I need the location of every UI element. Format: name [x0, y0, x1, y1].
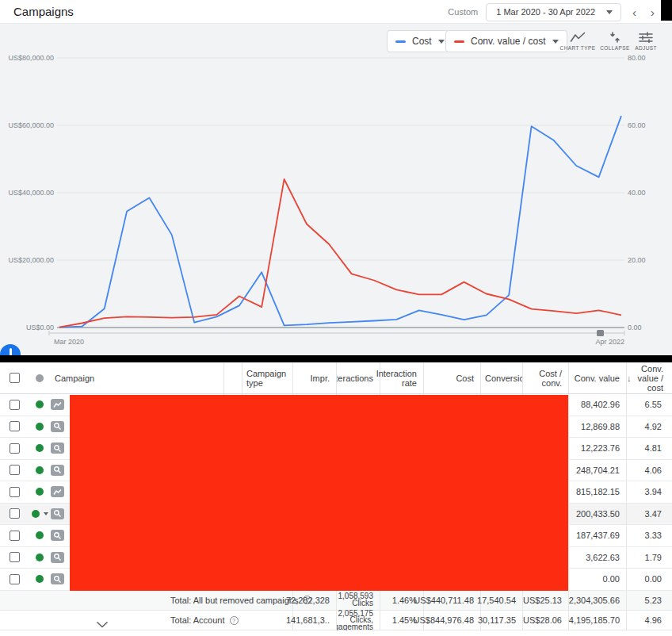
next-period-button[interactable]: › — [647, 6, 658, 19]
ratio-series-swatch — [454, 40, 464, 43]
svg-text:0.00: 0.00 — [628, 324, 642, 331]
sort-descending-icon: ↓ — [627, 374, 632, 383]
totals-cost-per-conv: US$28.06 — [522, 611, 568, 631]
page-title: Campaigns — [13, 5, 74, 18]
svg-text:60.00: 60.00 — [628, 121, 646, 129]
conv-value-cell: 815,182.15 — [568, 481, 626, 503]
magnifier-icon[interactable] — [51, 443, 64, 454]
cost-column-header[interactable]: Cost — [423, 362, 480, 393]
totals-interactions: 2,055,175 Clicks, engagements — [336, 611, 380, 631]
timeline-scrubber-handle[interactable] — [597, 330, 604, 336]
cost-per-conv-column-header[interactable]: Cost / conv. — [523, 369, 562, 388]
status-enabled-dot[interactable] — [29, 394, 51, 416]
svg-text:US$80,000.00: US$80,000.00 — [8, 54, 54, 62]
conv-value-per-cost-cell: 4.92 — [626, 416, 672, 438]
row-checkbox[interactable] — [0, 504, 29, 525]
status-caret-icon — [44, 512, 48, 515]
conv-value-column-header[interactable]: Conv. value — [568, 362, 626, 393]
conv-value-per-cost-cell: 4.06 — [626, 460, 672, 481]
status-enabled-dot[interactable] — [29, 547, 51, 569]
metric-chart-icon[interactable] — [51, 399, 64, 410]
status-enabled-dot[interactable] — [29, 525, 51, 546]
redacted-area — [70, 395, 568, 591]
row-checkbox[interactable] — [0, 438, 29, 459]
conv-value-cell: 88,402.96 — [568, 394, 626, 416]
totals-conversions: 17,540.54 — [480, 591, 522, 610]
ratio-metric-selector[interactable]: Conv. value / cost — [445, 30, 567, 52]
chevron-down-icon — [438, 40, 445, 44]
magnifier-icon[interactable] — [51, 552, 64, 563]
row-checkbox[interactable] — [0, 416, 29, 438]
table-header-row: Campaign Campaign type Impr. Interaction… — [0, 362, 672, 394]
campaign-type-column-header[interactable]: Campaign type — [242, 362, 292, 393]
series-cost — [59, 116, 621, 328]
svg-text:Mar 2020: Mar 2020 — [54, 338, 84, 346]
totals-impressions: 141,681,3.. — [292, 611, 336, 631]
status-enabled-dot[interactable] — [29, 481, 51, 503]
sliders-icon — [639, 32, 653, 43]
status-enabled-dot[interactable] — [29, 438, 51, 459]
row-checkbox[interactable] — [0, 569, 29, 590]
row-checkbox[interactable] — [0, 547, 29, 569]
ratio-metric-label: Conv. value / cost — [471, 36, 546, 47]
svg-text:40.00: 40.00 — [628, 189, 646, 197]
impressions-column-header[interactable]: Impr. — [292, 362, 336, 393]
magnifier-icon[interactable] — [51, 465, 64, 476]
previous-period-button[interactable]: ‹ — [629, 6, 640, 19]
adjust-label: ADJUST — [635, 45, 657, 51]
magnifier-icon[interactable] — [51, 421, 64, 432]
svg-text:20.00: 20.00 — [628, 256, 646, 264]
conv-value-cell: 3,622.63 — [568, 547, 626, 569]
row-checkbox[interactable] — [0, 394, 29, 416]
conversions-column-header[interactable]: Conversions — [480, 362, 522, 393]
conv-value-per-cost-cell: 0.00 — [626, 569, 672, 590]
chevron-down-icon — [606, 10, 613, 14]
magnifier-icon[interactable] — [51, 573, 64, 584]
date-range-value: 1 Mar 2020 - 30 Apr 2022 — [496, 7, 595, 17]
conv-value-cell: 0.00 — [568, 569, 626, 590]
cost-series-swatch — [395, 40, 406, 43]
totals-conv-value: 4,195,185.70 — [568, 611, 626, 631]
interaction-rate-column-header[interactable]: Interaction rate — [376, 369, 417, 388]
status-enabled-dot[interactable] — [29, 460, 51, 481]
svg-text:US$40,000.00: US$40,000.00 — [8, 189, 54, 197]
svg-text:80.00: 80.00 — [628, 54, 646, 62]
svg-text:US$0.00: US$0.00 — [26, 324, 54, 331]
conv-value-cell: 200,433.50 — [568, 504, 626, 525]
collapse-arrows-icon — [609, 32, 621, 43]
performance-chart-panel: US$0.000.00US$20,000.0020.00US$40,000.00… — [0, 24, 672, 355]
totals-account-label: Total: Account — [170, 615, 225, 625]
magnifier-icon[interactable] — [51, 530, 64, 541]
row-checkbox[interactable] — [0, 481, 29, 503]
conv-value-per-cost-column-header[interactable]: ↓ Conv. value / cost — [626, 362, 672, 393]
campaign-column-header[interactable]: Campaign — [51, 362, 223, 393]
svg-text:Apr 2022: Apr 2022 — [595, 338, 624, 346]
conv-value-per-cost-cell: 4.81 — [626, 438, 672, 459]
adjust-chart-button[interactable]: ADJUST — [625, 32, 666, 51]
time-series-chart[interactable]: US$0.000.00US$20,000.0020.00US$40,000.00… — [0, 24, 672, 355]
totals-conversions: 30,117.35 — [480, 611, 522, 631]
conv-value-per-cost-cell: 1.79 — [626, 547, 672, 569]
metric-chart-icon[interactable] — [51, 486, 64, 497]
help-icon[interactable]: ? — [230, 616, 239, 625]
expand-account-totals-button[interactable] — [96, 617, 109, 631]
top-bar: Campaigns Custom 1 Mar 2020 - 30 Apr 202… — [0, 0, 672, 24]
totals-account-row: Total: Account ? 141,681,3.. 2,055,175 C… — [0, 611, 672, 630]
magnifier-icon[interactable] — [51, 508, 64, 519]
row-checkbox[interactable] — [0, 525, 29, 546]
interactions-column-header[interactable]: Interactions — [336, 362, 380, 393]
totals-interactions: 1,058,593 Clicks — [336, 591, 380, 610]
status-enabled-dot[interactable] — [29, 504, 51, 525]
cost-metric-selector[interactable]: Cost — [387, 30, 453, 52]
totals-conv-value-per-cost: 5.23 — [626, 591, 672, 610]
status-filter-dot[interactable] — [29, 362, 51, 393]
select-all-checkbox[interactable] — [0, 362, 29, 393]
chart-type-button[interactable]: CHART TYPE — [557, 32, 598, 51]
totals-cost: US$440,711.48 — [423, 591, 480, 610]
status-enabled-dot[interactable] — [29, 416, 51, 438]
date-range-selector[interactable]: 1 Mar 2020 - 30 Apr 2022 — [486, 3, 621, 21]
status-enabled-dot[interactable] — [29, 569, 51, 590]
conv-value-cell: 248,704.21 — [568, 460, 626, 481]
bottom-gap — [0, 630, 672, 636]
row-checkbox[interactable] — [0, 460, 29, 481]
